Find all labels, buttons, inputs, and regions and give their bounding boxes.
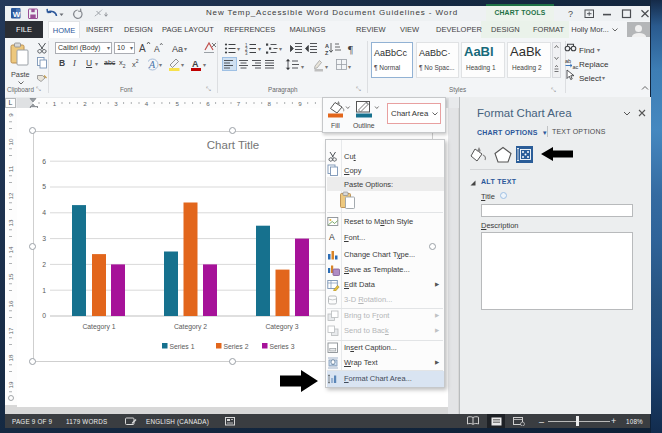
svg-text:4: 4 (145, 100, 149, 107)
svg-text:12: 12 (7, 192, 14, 199)
svg-text:Series 1: Series 1 (170, 343, 195, 350)
svg-text:▾: ▾ (325, 64, 328, 70)
svg-text:▾: ▾ (301, 64, 304, 70)
svg-text:Select: Select (579, 74, 602, 83)
svg-text:Series 3: Series 3 (270, 343, 295, 350)
svg-text:ac: ac (573, 64, 579, 70)
svg-text:1: 1 (53, 100, 57, 107)
svg-text:9: 9 (7, 113, 14, 117)
svg-text:▾: ▾ (184, 46, 187, 52)
svg-text:Replace: Replace (579, 60, 609, 69)
svg-text:Category 1: Category 1 (82, 323, 115, 331)
svg-text:3: 3 (245, 51, 248, 56)
svg-text:13: 13 (7, 219, 14, 226)
svg-text:3: 3 (42, 235, 46, 242)
svg-text:▾: ▾ (159, 62, 162, 68)
svg-text:19: 19 (7, 381, 14, 388)
svg-text:W: W (13, 10, 21, 19)
svg-text:6: 6 (42, 158, 46, 165)
svg-text:A: A (325, 43, 329, 49)
svg-text:▾: ▾ (203, 62, 206, 68)
svg-text:▾: ▾ (602, 75, 605, 81)
svg-text:▾: ▾ (348, 64, 351, 70)
svg-text:3: 3 (114, 100, 118, 107)
svg-text:8: 8 (268, 100, 272, 107)
svg-text:ab: ab (565, 58, 571, 64)
svg-text:9: 9 (298, 100, 302, 107)
svg-text:6: 6 (206, 100, 210, 107)
svg-text:18: 18 (7, 354, 14, 361)
svg-text:Z: Z (325, 50, 329, 56)
svg-text:10: 10 (7, 138, 14, 145)
svg-text:15: 15 (7, 273, 14, 280)
svg-text:?: ? (568, 9, 573, 19)
svg-text:Category 2: Category 2 (174, 323, 207, 331)
svg-text:5: 5 (42, 183, 46, 190)
svg-text:4: 4 (42, 209, 46, 216)
svg-text:▾: ▾ (237, 46, 240, 52)
svg-text:5: 5 (175, 100, 179, 107)
svg-text:▾: ▾ (597, 47, 600, 53)
svg-text:▾: ▾ (181, 62, 184, 68)
svg-text:1: 1 (42, 287, 46, 294)
svg-text:11: 11 (7, 165, 14, 172)
svg-text:Find: Find (579, 46, 595, 55)
svg-text:2: 2 (83, 100, 87, 107)
svg-text:Aa: Aa (172, 44, 183, 54)
svg-text:Category 3: Category 3 (265, 323, 298, 331)
svg-text:A: A (154, 44, 160, 54)
svg-text:¶: ¶ (348, 43, 353, 55)
svg-text:14: 14 (7, 246, 14, 253)
svg-text:A: A (192, 59, 199, 69)
svg-text:17: 17 (7, 327, 14, 334)
svg-text:▾: ▾ (279, 46, 282, 52)
svg-text:16: 16 (7, 300, 14, 307)
svg-text:Series 2: Series 2 (224, 343, 249, 350)
svg-text:2: 2 (42, 261, 46, 268)
svg-text:A: A (139, 43, 146, 54)
svg-text:7: 7 (237, 100, 241, 107)
svg-text:0: 0 (42, 312, 46, 319)
svg-text:▾: ▾ (258, 46, 261, 52)
